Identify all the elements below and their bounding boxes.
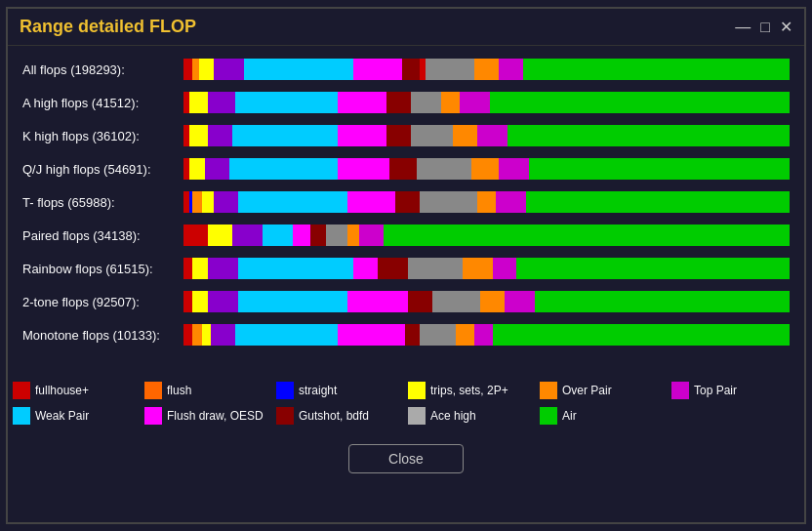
bar-segment bbox=[189, 158, 205, 180]
row-label: Monotone flops (10133): bbox=[22, 328, 183, 343]
bar-segment bbox=[208, 291, 238, 312]
bar-segment bbox=[471, 158, 499, 180]
legend-color-box bbox=[13, 407, 30, 425]
bar-segment bbox=[338, 158, 389, 180]
title-bar: Range detailed FLOP — □ ✕ bbox=[8, 9, 804, 46]
close-window-button[interactable]: ✕ bbox=[780, 18, 792, 36]
bar-segment bbox=[202, 324, 211, 346]
legend-color-box bbox=[144, 382, 162, 399]
bar-segment bbox=[386, 125, 411, 146]
legend-label-text: Over Pair bbox=[562, 384, 612, 397]
bar-segment bbox=[244, 59, 353, 80]
row-label: Q/J high flops (54691): bbox=[22, 162, 183, 177]
chart-row: Q/J high flops (54691): bbox=[22, 155, 790, 183]
bar-segment bbox=[192, 258, 208, 279]
bar-segment bbox=[232, 225, 263, 246]
legend-item: Top Pair bbox=[671, 382, 799, 399]
bar-segment bbox=[347, 225, 359, 246]
bar-segment bbox=[505, 291, 535, 312]
bar-segment bbox=[208, 225, 232, 246]
bar bbox=[183, 92, 790, 113]
legend-color-box bbox=[540, 407, 557, 425]
maximize-button[interactable]: □ bbox=[760, 19, 770, 36]
bar-segment bbox=[516, 258, 789, 279]
bar-segment bbox=[189, 92, 208, 113]
bar-segment bbox=[499, 59, 523, 80]
bar-segment bbox=[463, 258, 493, 279]
legend-color-box bbox=[408, 382, 426, 399]
bar-segment bbox=[477, 125, 508, 146]
chart-row: Rainbow flops (61515): bbox=[22, 255, 790, 282]
bar-segment bbox=[395, 191, 420, 213]
legend-item: Ace high bbox=[408, 407, 536, 425]
legend-label-text: Ace high bbox=[430, 409, 476, 423]
row-label: T- flops (65988): bbox=[22, 195, 183, 210]
bar-segment bbox=[347, 291, 408, 312]
bar-segment bbox=[263, 225, 293, 246]
bar-segment bbox=[408, 291, 432, 312]
window-controls: — □ ✕ bbox=[735, 18, 792, 36]
bar-segment bbox=[480, 291, 505, 312]
legend-color-box bbox=[276, 382, 294, 399]
bar-segment bbox=[386, 92, 411, 113]
bar-segment bbox=[353, 258, 378, 279]
bar-segment bbox=[192, 191, 201, 213]
bar-segment bbox=[214, 59, 244, 80]
bar-segment bbox=[310, 225, 326, 246]
minimize-button[interactable]: — bbox=[735, 19, 751, 36]
row-label: All flops (198293): bbox=[22, 62, 183, 77]
legend-color-box bbox=[408, 407, 426, 425]
legend-item: Gutshot, bdfd bbox=[276, 407, 404, 425]
bar-segment bbox=[535, 291, 790, 312]
bar-segment bbox=[456, 324, 474, 346]
bar-segment bbox=[453, 125, 477, 146]
bar-segment bbox=[411, 92, 441, 113]
bar-segment bbox=[205, 158, 229, 180]
chart-row: 2-tone flops (92507): bbox=[22, 288, 790, 315]
bar-segment bbox=[338, 92, 386, 113]
bar-segment bbox=[353, 59, 402, 80]
bar-segment bbox=[199, 59, 215, 80]
row-label: K high flops (36102): bbox=[22, 129, 183, 143]
chart-row: All flops (198293): bbox=[22, 56, 790, 83]
bar-segment bbox=[499, 158, 529, 180]
legend-label-text: flush bbox=[167, 384, 191, 397]
chart-row: A high flops (41512): bbox=[22, 89, 790, 116]
bar-segment bbox=[192, 324, 201, 346]
bar-segment bbox=[235, 324, 339, 346]
legend-item: Air bbox=[540, 407, 668, 425]
bar-segment bbox=[441, 92, 460, 113]
bar-segment bbox=[183, 225, 208, 246]
bar-segment bbox=[202, 191, 214, 213]
bar-segment bbox=[384, 225, 790, 246]
bar-segment bbox=[238, 291, 347, 312]
bar-segment bbox=[238, 191, 347, 213]
bar-segment bbox=[529, 158, 790, 180]
bar bbox=[183, 125, 790, 146]
bar-segment bbox=[183, 59, 192, 80]
bar-segment bbox=[389, 158, 417, 180]
bar-segment bbox=[474, 59, 499, 80]
row-label: Paired flops (34138): bbox=[22, 228, 183, 243]
bar-segment bbox=[493, 324, 790, 346]
legend-label-text: Flush draw, OESD bbox=[167, 409, 264, 423]
bar-segment bbox=[183, 324, 192, 346]
bar-segment bbox=[338, 324, 404, 346]
legend-label-text: Gutshot, bdfd bbox=[299, 409, 369, 423]
bar-segment bbox=[214, 191, 238, 213]
close-button[interactable]: Close bbox=[348, 444, 464, 473]
bar bbox=[183, 59, 790, 80]
content-area: All flops (198293):A high flops (41512):… bbox=[8, 46, 804, 364]
bar-segment bbox=[420, 324, 456, 346]
chart-row: Paired flops (34138): bbox=[22, 222, 790, 249]
bar-segment bbox=[183, 291, 192, 312]
bar-segment bbox=[232, 125, 339, 146]
bar-segment bbox=[359, 225, 384, 246]
chart-row: K high flops (36102): bbox=[22, 122, 790, 149]
legend-item: fullhouse+ bbox=[13, 382, 141, 399]
bar-segment bbox=[402, 59, 421, 80]
bar-segment bbox=[490, 92, 790, 113]
bar-segment bbox=[417, 158, 471, 180]
legend-item: straight bbox=[276, 382, 404, 399]
bar bbox=[183, 158, 790, 180]
